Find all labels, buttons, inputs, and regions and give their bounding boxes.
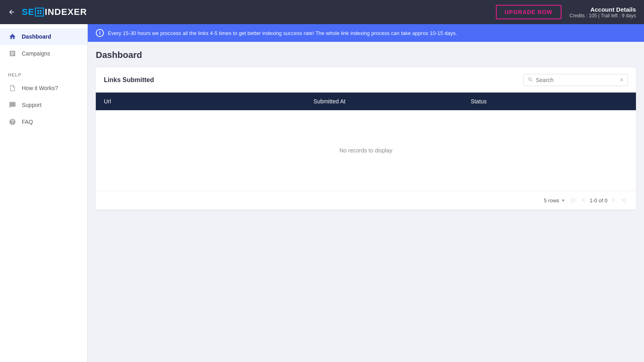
search-icon: [528, 77, 533, 84]
document-icon: [8, 84, 17, 92]
home-icon: [8, 33, 17, 40]
table-header: Url Submitted At Status: [96, 93, 636, 110]
sidebar-help-section: HELP How it Works? Support FAQ: [0, 66, 87, 130]
rows-value: 5 rows: [544, 197, 559, 204]
sidebar-item-campaigns[interactable]: Campaigns: [0, 45, 87, 62]
chat-icon: [8, 101, 17, 109]
page-title: Dashboard: [96, 50, 636, 60]
main-content: i Every 15-30 hours we proccess all the …: [88, 24, 644, 362]
logo-icon: [35, 8, 44, 16]
sidebar-item-how-it-works[interactable]: How it Works?: [0, 80, 87, 97]
svg-rect-1: [40, 10, 41, 12]
sidebar: Dashboard Campaigns HELP How it Works?: [0, 24, 88, 362]
sidebar-item-faq[interactable]: FAQ: [0, 113, 87, 130]
sidebar-help-heading: HELP: [0, 66, 87, 80]
banner-text: Every 15-30 hours we proccess all the li…: [108, 30, 457, 36]
sidebar-item-support[interactable]: Support: [0, 97, 87, 113]
sidebar-label-faq: FAQ: [22, 119, 33, 125]
col-status: Status: [471, 98, 628, 105]
sidebar-item-dashboard[interactable]: Dashboard: [0, 28, 87, 45]
header: SEINDEXER UPGRADE NOW Account Details Cr…: [0, 0, 644, 24]
body-layout: Dashboard Campaigns HELP How it Works?: [0, 24, 644, 362]
logo: SEINDEXER: [22, 7, 496, 17]
sidebar-label-how-it-works: How it Works?: [22, 85, 58, 91]
campaigns-icon: [8, 50, 17, 57]
prev-page-button[interactable]: <: [580, 196, 587, 205]
account-title: Account Details: [570, 6, 636, 13]
card-header: Links Submitted ×: [96, 68, 636, 93]
search-clear-button[interactable]: ×: [620, 76, 623, 84]
next-page-button[interactable]: >: [610, 196, 617, 205]
pagination-controls: |< < 1-0 of 0 > >|: [569, 196, 628, 205]
links-submitted-card: Links Submitted × Url Submitted At Statu…: [96, 68, 636, 210]
account-details: Account Details Credits : 105 | Trail le…: [570, 6, 636, 19]
svg-rect-2: [37, 12, 39, 14]
svg-rect-0: [37, 10, 39, 12]
logo-se: SE: [22, 7, 34, 17]
svg-rect-3: [40, 12, 41, 14]
sidebar-label-dashboard: Dashboard: [22, 33, 51, 40]
first-page-button[interactable]: |<: [569, 196, 578, 205]
sidebar-main-section: Dashboard Campaigns: [0, 28, 87, 62]
upgrade-button[interactable]: UPGRADE NOW: [496, 5, 561, 19]
page-body: Dashboard Links Submitted × Url: [88, 42, 644, 218]
search-box[interactable]: ×: [523, 74, 628, 86]
last-page-button[interactable]: >|: [619, 196, 628, 205]
col-submitted-at: Submitted At: [314, 98, 471, 105]
info-banner: i Every 15-30 hours we proccess all the …: [88, 24, 644, 42]
table-empty-message: No records to display: [96, 110, 636, 191]
card-footer: 5 rows ▼ |< < 1-0 of 0 > >|: [96, 191, 636, 210]
back-button[interactable]: [8, 8, 15, 16]
col-url: Url: [104, 98, 314, 105]
page-info: 1-0 of 0: [590, 197, 607, 204]
sidebar-label-support: Support: [22, 102, 41, 108]
search-input[interactable]: [536, 77, 617, 83]
account-info: Credits : 105 | Trail left : 9 days: [570, 13, 636, 19]
info-icon: i: [96, 29, 104, 37]
header-right: UPGRADE NOW Account Details Credits : 10…: [496, 5, 636, 19]
logo-indexer: INDEXER: [45, 7, 87, 17]
card-title: Links Submitted: [104, 76, 154, 84]
rows-select[interactable]: 5 rows ▼: [544, 197, 565, 204]
sidebar-label-campaigns: Campaigns: [22, 50, 50, 57]
rows-chevron-icon: ▼: [561, 198, 565, 203]
question-icon: [8, 118, 17, 125]
